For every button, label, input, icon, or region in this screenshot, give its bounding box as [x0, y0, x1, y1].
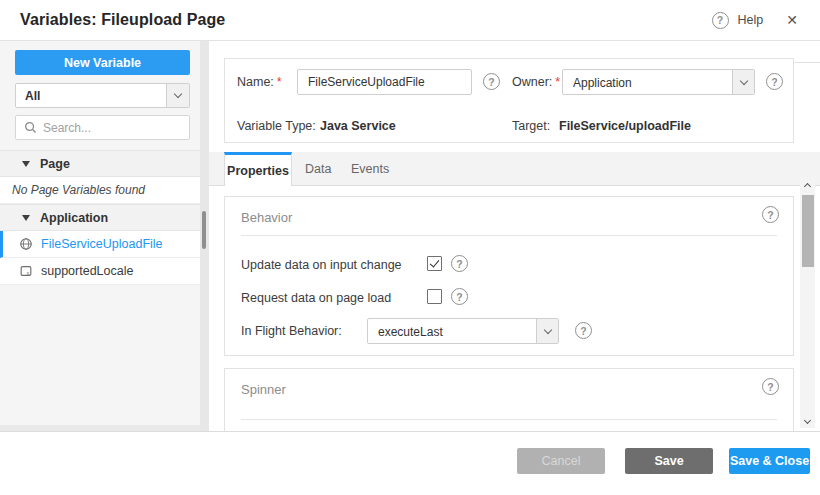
tab-data[interactable]: Data	[305, 152, 331, 186]
spinner-help-icon[interactable]: ?	[762, 378, 779, 395]
spinner-section-title: Spinner	[241, 382, 286, 397]
in-flight-behavior-select[interactable]: executeLast	[367, 318, 559, 344]
chevron-down-icon	[732, 70, 754, 94]
behavior-section: Behavior ? Update data on input change ?…	[224, 196, 794, 356]
variable-type-value: Java Service	[320, 119, 396, 133]
close-icon[interactable]: ✕	[782, 10, 802, 30]
search-icon	[24, 121, 37, 134]
in-flight-behavior-label: In Flight Behavior:	[241, 324, 342, 338]
sidebar-section-application[interactable]: Application	[0, 204, 200, 231]
dialog-footer: Cancel Save Save & Close	[0, 431, 820, 495]
owner-label: Owner:*	[512, 75, 560, 89]
request-data-label: Request data on page load	[241, 291, 391, 305]
target-value: FileService/uploadFile	[559, 119, 691, 133]
required-asterisk: *	[555, 75, 560, 89]
owner-help-icon[interactable]: ?	[766, 73, 783, 90]
dialog-header: Variables: Fileupload Page ? Help ✕	[0, 0, 820, 41]
variables-dialog: Variables: Fileupload Page ? Help ✕ New …	[0, 0, 820, 495]
in-flight-help-icon[interactable]: ?	[575, 322, 592, 339]
page-title: Variables: Fileupload Page	[20, 11, 225, 29]
sidebar-section-page[interactable]: Page	[0, 150, 200, 177]
request-data-checkbox[interactable]	[427, 289, 442, 304]
request-data-help-icon[interactable]: ?	[451, 288, 468, 305]
cancel-button[interactable]: Cancel	[517, 448, 605, 474]
sidebar-scrollbar-thumb[interactable]	[202, 211, 206, 249]
collapse-triangle-icon	[22, 161, 30, 167]
help-link[interactable]: Help	[738, 13, 764, 27]
sidebar-item-fileserviceuploadfile[interactable]: FileServiceUploadFile	[0, 231, 200, 258]
name-help-icon[interactable]: ?	[483, 73, 500, 90]
update-data-help-icon[interactable]: ?	[451, 255, 468, 272]
scroll-up-icon[interactable]	[800, 178, 815, 191]
search-input[interactable]	[43, 121, 173, 135]
help-icon[interactable]: ?	[712, 12, 729, 29]
variable-detail-panel: Name:* ? Owner:* Application ? Variable …	[209, 41, 820, 431]
tab-bar: Properties Data Events	[209, 152, 820, 186]
svg-text:x: x	[26, 270, 29, 276]
scroll-down-icon[interactable]	[800, 415, 815, 428]
behavior-help-icon[interactable]: ?	[762, 206, 779, 223]
sidebar-item-supportedlocale[interactable]: x supportedLocale	[0, 258, 200, 285]
update-data-label: Update data on input change	[241, 258, 402, 272]
page-empty-message: No Page Variables found	[0, 177, 200, 204]
in-flight-selected-value: executeLast	[378, 325, 443, 339]
search-box[interactable]	[15, 115, 190, 140]
new-variable-button[interactable]: New Variable	[15, 50, 190, 75]
chevron-down-icon	[536, 319, 558, 343]
owner-select[interactable]: Application	[562, 69, 755, 95]
filter-selected-value: All	[16, 89, 40, 103]
spinner-section: Spinner ?	[224, 368, 794, 431]
name-label: Name:*	[237, 75, 282, 89]
main-scrollbar[interactable]	[800, 178, 815, 428]
divider	[795, 62, 820, 63]
update-data-checkbox[interactable]	[427, 256, 442, 271]
variable-summary-box: Name:* ? Owner:* Application ? Variable …	[224, 58, 794, 143]
scrollbar-thumb[interactable]	[802, 195, 814, 267]
scrollbar-track[interactable]	[800, 191, 815, 415]
sidebar-scrollbar[interactable]	[200, 41, 209, 431]
target-label: Target:	[512, 119, 550, 133]
service-variable-icon	[19, 237, 33, 251]
chevron-down-icon	[166, 84, 189, 107]
divider	[241, 419, 777, 420]
required-asterisk: *	[277, 75, 282, 89]
save-button[interactable]: Save	[625, 448, 713, 474]
variable-filter-select[interactable]: All	[15, 83, 190, 108]
static-variable-icon: x	[19, 264, 33, 278]
divider	[241, 235, 777, 236]
variable-type-label: Variable Type:	[237, 119, 316, 133]
name-field[interactable]	[297, 69, 472, 95]
variables-sidebar: New Variable All Page No Page Variables …	[0, 41, 200, 431]
tab-events[interactable]: Events	[351, 152, 389, 186]
tab-properties[interactable]: Properties	[224, 152, 292, 186]
save-and-close-button[interactable]: Save & Close	[729, 448, 810, 474]
owner-selected-value: Application	[573, 76, 632, 90]
behavior-section-title: Behavior	[241, 210, 292, 225]
collapse-triangle-icon	[22, 215, 30, 221]
